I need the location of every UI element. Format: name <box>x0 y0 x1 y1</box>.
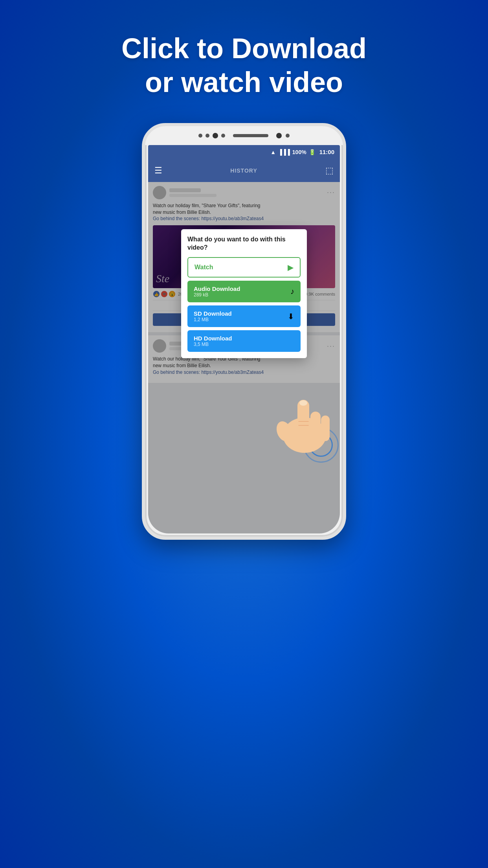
headline: Click to Download or watch video <box>90 31 398 99</box>
logout-icon[interactable]: ⬚ <box>325 166 334 176</box>
svg-point-5 <box>299 400 307 406</box>
status-icons: ▲ ▐▐▐ 100% 🔋 11:00 <box>270 149 334 155</box>
video-action-dialog: What do you want to do with this video? … <box>181 229 307 359</box>
headline-line1: Click to Download <box>121 33 367 64</box>
svg-rect-4 <box>321 416 330 441</box>
dot-camera <box>213 133 218 138</box>
sd-text-group: SD Download 1,2 MB <box>194 310 232 322</box>
time-display: 11:00 <box>319 149 334 155</box>
phone-mockup: ▲ ▐▐▐ 100% 🔋 11:00 ☰ HISTORY ⬚ <box>142 123 346 540</box>
sd-label: SD Download <box>194 310 232 317</box>
headline-line2: or watch video <box>145 66 343 98</box>
svg-rect-3 <box>310 412 321 441</box>
header-title: HISTORY <box>230 167 257 174</box>
battery-icon: 🔋 <box>309 149 316 155</box>
dialog-title: What do you want to do with this video? <box>187 235 301 252</box>
app-header: ☰ HISTORY ⬚ <box>148 159 340 182</box>
hd-size: 3,5 MB <box>194 342 232 347</box>
speaker <box>233 134 268 137</box>
dot-1 <box>198 134 202 138</box>
finger-cursor <box>273 376 336 455</box>
dot-4 <box>286 134 290 138</box>
front-camera <box>276 133 282 138</box>
hd-label: HD Download <box>194 335 232 342</box>
download-icon: ⬇ <box>288 312 294 321</box>
audio-label: Audio Download <box>194 285 240 292</box>
dialog-overlay: What do you want to do with this video? … <box>148 182 340 533</box>
play-icon: ▶ <box>288 263 294 272</box>
dot-3 <box>221 134 225 138</box>
audio-download-button[interactable]: Audio Download 289 kB ♪ <box>187 281 301 302</box>
sd-size: 1,2 MB <box>194 317 232 322</box>
hd-download-button[interactable]: HD Download 3,5 MB <box>187 330 301 352</box>
phone-screen: ▲ ▐▐▐ 100% 🔋 11:00 ☰ HISTORY ⬚ <box>148 145 340 533</box>
hd-text-group: HD Download 3,5 MB <box>194 335 232 347</box>
audio-text-group: Audio Download 289 kB <box>194 285 240 298</box>
music-icon: ♪ <box>290 287 294 296</box>
fb-content: ··· Watch our holiday film, "Share Your … <box>148 182 340 533</box>
phone-dots <box>198 133 225 138</box>
signal-icon: ▐▐▐ <box>278 149 290 155</box>
audio-size: 289 kB <box>194 292 240 298</box>
phone-shell: ▲ ▐▐▐ 100% 🔋 11:00 ☰ HISTORY ⬚ <box>142 123 346 540</box>
wifi-icon: ▲ <box>270 149 276 155</box>
menu-icon[interactable]: ☰ <box>154 166 162 176</box>
status-bar: ▲ ▐▐▐ 100% 🔋 11:00 <box>148 145 340 159</box>
phone-top-bar <box>145 126 343 145</box>
watch-label: Watch <box>194 264 213 271</box>
watch-button[interactable]: Watch ▶ <box>187 257 301 278</box>
dot-2 <box>205 134 209 138</box>
battery-text: 100% <box>292 149 306 155</box>
sd-download-button[interactable]: SD Download 1,2 MB ⬇ <box>187 305 301 327</box>
